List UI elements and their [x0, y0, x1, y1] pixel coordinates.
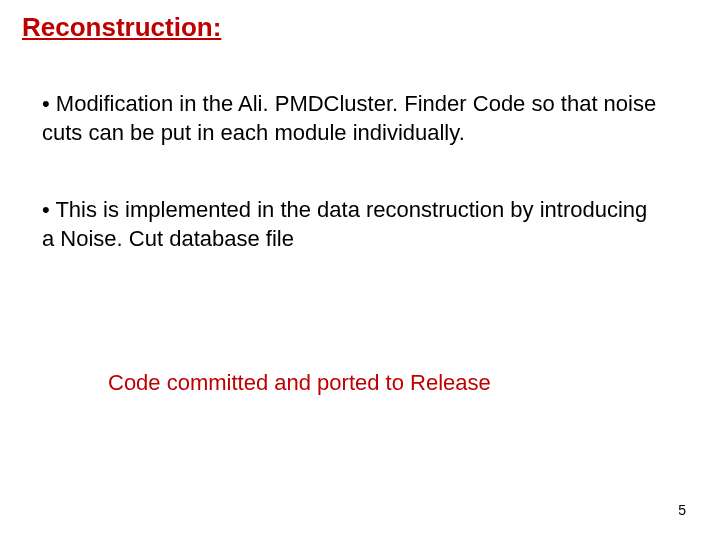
status-line: Code committed and ported to Release: [108, 370, 491, 396]
bullet-item: • Modification in the Ali. PMDCluster. F…: [42, 90, 702, 147]
slide: Reconstruction: • Modification in the Al…: [0, 0, 720, 540]
section-heading: Reconstruction:: [22, 12, 221, 43]
page-number: 5: [678, 502, 686, 518]
bullet-item: • This is implemented in the data recons…: [42, 196, 660, 253]
